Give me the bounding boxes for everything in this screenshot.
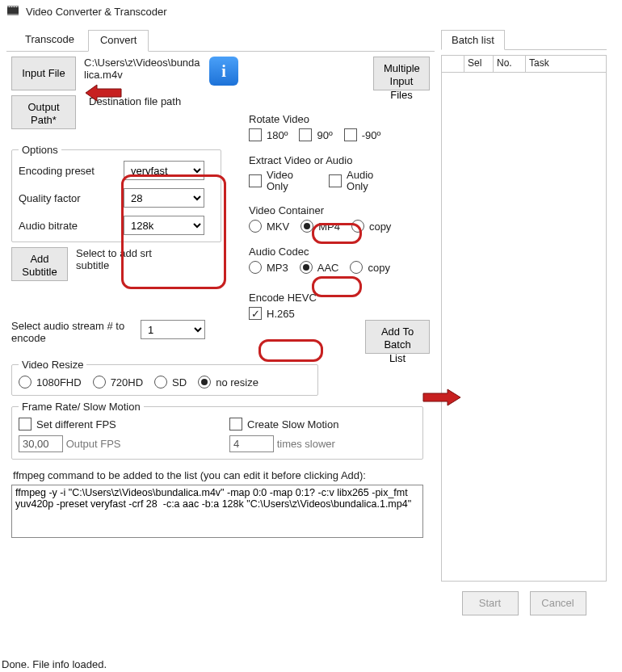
video-resize-group: Video Resize 1080FHD 720HD SD no resize — [11, 359, 318, 396]
resize-none-radio[interactable]: no resize — [198, 376, 258, 388]
ffmpeg-label: ffmpeg command to be added to the list (… — [13, 469, 428, 481]
rotate-90-checkbox[interactable]: 90º — [299, 128, 332, 141]
fps-input[interactable] — [19, 435, 63, 452]
encoding-preset-select[interactable]: veryfast — [124, 161, 204, 180]
start-button[interactable]: Start — [462, 591, 519, 615]
tabstrip: Transcode Convert — [6, 29, 435, 52]
status-bar: Done. File info loaded. — [2, 658, 107, 670]
framerate-group: Frame Rate/ Slow Motion Set different FP… — [11, 401, 423, 460]
cancel-button[interactable]: Cancel — [530, 591, 586, 615]
video-resize-legend: Video Resize — [19, 359, 86, 371]
extract-title: Extract Video or Audio — [249, 154, 431, 166]
batch-list-body[interactable] — [441, 73, 607, 582]
titlebar: Video Converter & Transcoder — [0, 0, 622, 23]
audio-stream-select[interactable]: 1 — [141, 320, 205, 339]
svg-rect-5 — [14, 6, 15, 7]
svg-rect-4 — [11, 6, 12, 7]
rotate-m90-checkbox[interactable]: -90º — [344, 128, 381, 141]
batch-list-header: Sel No. Task — [441, 55, 607, 73]
ffmpeg-command-textarea[interactable]: ffmpeg -y -i "C:\Users\z\Videos\bundalic… — [11, 485, 423, 538]
rotate-title: Rotate Video — [249, 113, 431, 125]
multiple-input-files-button[interactable]: Multiple Input Files — [373, 57, 430, 90]
batch-col-sel[interactable]: Sel — [464, 56, 494, 72]
times-slower-hint: times slower — [277, 438, 335, 450]
times-slower-input[interactable] — [229, 435, 274, 452]
resize-720-radio[interactable]: 720HD — [93, 376, 143, 388]
subtitle-label: Select to add srt subtitle — [76, 247, 181, 271]
output-path-button[interactable]: Output Path* — [11, 95, 76, 129]
add-subtitle-button[interactable]: Add Subtitle — [11, 247, 68, 281]
tab-convert[interactable]: Convert — [88, 30, 149, 52]
audio-only-checkbox[interactable]: Audio Only — [329, 170, 373, 191]
batch-col-task[interactable]: Task — [526, 56, 606, 72]
info-icon[interactable]: i — [209, 57, 238, 86]
acodec-mp3-radio[interactable]: MP3 — [249, 261, 288, 274]
rotate-180-checkbox[interactable]: 180º — [249, 128, 288, 141]
set-fps-checkbox[interactable]: Set different FPS — [19, 418, 205, 430]
video-only-checkbox[interactable]: Video Only — [249, 170, 293, 191]
destination-path-label: Destination file path — [89, 95, 181, 107]
add-to-batch-list-button[interactable]: Add To Batch List — [365, 320, 430, 354]
svg-rect-3 — [9, 6, 10, 7]
audio-bitrate-select[interactable]: 128k — [124, 216, 204, 235]
input-file-button[interactable]: Input File — [11, 57, 76, 90]
app-icon — [6, 4, 19, 19]
batch-list-tab[interactable]: Batch list — [441, 30, 505, 50]
batch-tabstrip: Batch list — [441, 29, 607, 50]
window-title: Video Converter & Transcoder — [26, 6, 167, 18]
svg-rect-2 — [7, 14, 19, 15]
framerate-legend: Frame Rate/ Slow Motion — [19, 401, 144, 413]
container-copy-radio[interactable]: copy — [351, 220, 391, 233]
resize-sd-radio[interactable]: SD — [154, 376, 187, 388]
batch-col-no[interactable]: No. — [494, 56, 526, 72]
options-legend: Options — [19, 144, 61, 156]
encoding-preset-label: Encoding preset — [19, 165, 124, 177]
quality-factor-label: Quality factor — [19, 192, 124, 204]
svg-rect-6 — [16, 6, 17, 7]
resize-1080-radio[interactable]: 1080FHD — [19, 376, 82, 388]
create-slow-checkbox[interactable]: Create Slow Motion — [229, 418, 416, 430]
options-group: Options Encoding preset veryfast Quality… — [11, 144, 221, 242]
fps-hint: Output FPS — [66, 438, 121, 450]
audio-codec-title: Audio Codec — [249, 246, 431, 258]
acodec-copy-radio[interactable]: copy — [350, 261, 389, 274]
acodec-aac-radio[interactable]: AAC — [300, 261, 339, 274]
quality-factor-select[interactable]: 28 — [124, 188, 204, 208]
container-mkv-radio[interactable]: MKV — [249, 220, 289, 233]
hevc-title: Encode HEVC — [249, 292, 431, 304]
audio-stream-label: Select audio stream # to encode — [11, 320, 132, 344]
tab-transcode[interactable]: Transcode — [13, 29, 86, 51]
audio-bitrate-label: Audio bitrate — [19, 220, 124, 232]
container-title: Video Container — [249, 204, 431, 216]
input-file-path: C:\Users\z\Videos\bundalica.m4v — [84, 57, 201, 81]
hevc-checkbox[interactable]: H.265 — [249, 307, 295, 320]
container-mp4-radio[interactable]: MP4 — [300, 220, 340, 233]
